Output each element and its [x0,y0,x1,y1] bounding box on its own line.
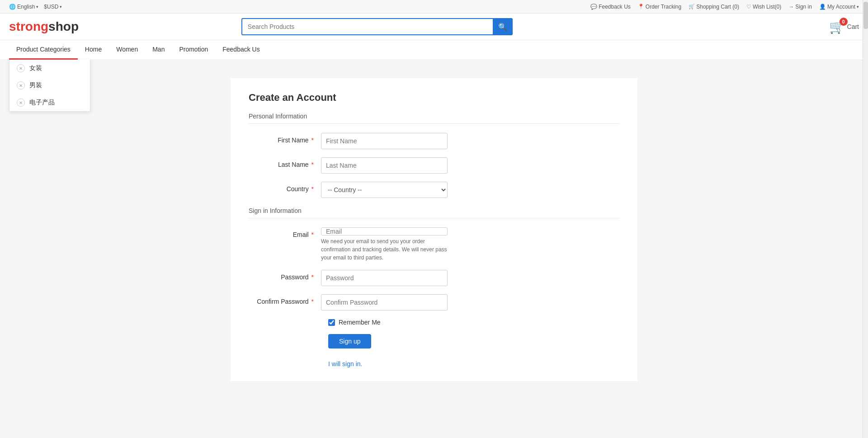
email-input[interactable] [321,227,448,235]
email-wrap: We need your email to send you your orde… [321,227,448,262]
women-clothes-icon: ✕ [17,64,25,72]
remember-me-checkbox[interactable] [328,319,335,326]
dropdown-item-electronics[interactable]: ✕ 电子产品 [9,94,90,111]
nav-item-promotion[interactable]: Promotion [172,40,215,60]
last-name-group: Last Name * [249,157,619,174]
cart-icon-sm [689,4,695,9]
cart-icon-lg: 🛒 0 [829,19,845,34]
feedback-icon: 💬 [590,4,597,10]
remember-me-label: Remember Me [339,319,381,326]
search-bar: 🔍 [241,18,513,35]
confirm-password-input[interactable] [321,294,448,311]
signin-icon [788,4,794,10]
logo-shop: shop [48,19,79,33]
cart-badge: 0 [840,18,848,26]
signup-button-wrap: Sign up [249,334,619,355]
scrollbar-thumb[interactable] [863,2,868,29]
country-label: Country * [249,182,321,193]
men-clothes-icon: ✕ [17,81,25,89]
confirm-password-label: Confirm Password * [249,294,321,305]
last-name-required: * [311,161,314,168]
country-required: * [311,185,314,193]
heart-icon [746,4,751,10]
my-account-link[interactable]: My Account ▾ [819,4,859,10]
electronics-icon: ✕ [17,99,25,107]
order-tracking-link[interactable]: Order Tracking [638,4,681,10]
wish-list-link[interactable]: Wish List(0) [746,4,781,10]
nav-item-man[interactable]: Man [145,40,172,60]
password-label: Password * [249,270,321,281]
signin-section-title: Sign in Information [249,207,619,218]
page-content: Create an AccoCreate an Accountunt Perso… [231,78,637,381]
dropdown-item-women-clothes[interactable]: ✕ 女装 [9,60,90,77]
search-button[interactable]: 🔍 [493,18,513,35]
nav-item-product-categories[interactable]: Product Categories [9,40,78,60]
language-label: English [17,4,35,10]
signin-link-wrap: I will sign in. [249,360,619,367]
page-title: Create an AccoCreate an Accountunt [249,92,619,104]
language-selector[interactable]: English ▾ [9,4,38,10]
confirm-password-required: * [311,298,314,305]
password-required: * [311,273,314,281]
dropdown-item-men-clothes[interactable]: ✕ 男装 [9,77,90,94]
cart-label: Cart [847,23,859,30]
personal-section-title: Personal Information [249,113,619,124]
remember-me-group: Remember Me [328,319,619,326]
country-group: Country * -- Country -- United States Un… [249,182,619,198]
password-input[interactable] [321,270,448,286]
last-name-input[interactable] [321,157,448,174]
pin-icon [638,4,644,9]
logo-strong: strong [9,19,48,33]
email-label: Email * [249,227,321,238]
account-dropdown-arrow: ▾ [857,5,859,9]
scrollbar[interactable] [863,0,868,438]
search-input[interactable] [241,18,493,35]
last-name-label: Last Name * [249,157,321,168]
top-bar: English ▾ $USD ▾ 💬 Feedback Us Order Tra… [0,0,868,14]
signup-button[interactable]: Sign up [328,334,371,349]
country-select[interactable]: -- Country -- United States United Kingd… [321,182,448,198]
nav-item-home[interactable]: Home [78,40,109,60]
signin-link[interactable]: I will sign in. [328,360,362,367]
feedback-link[interactable]: 💬 Feedback Us [590,4,631,10]
currency-label: $USD [44,4,58,10]
logo[interactable]: strongshop [9,19,79,34]
email-group: Email * We need your email to send you y… [249,227,619,262]
user-icon [819,4,826,10]
category-dropdown: ✕ 女装 ✕ 男装 ✕ 电子产品 [9,60,90,112]
sign-in-link[interactable]: Sign in [788,4,812,10]
cart-area[interactable]: 🛒 0 Cart [829,19,859,34]
shopping-cart-link[interactable]: Shopping Cart (0) [689,4,739,10]
currency-selector[interactable]: $USD ▾ [44,4,62,10]
top-bar-right: 💬 Feedback Us Order Tracking Shopping Ca… [590,4,859,10]
globe-icon [9,4,16,10]
first-name-input[interactable] [321,133,448,149]
nav-item-women[interactable]: Women [109,40,145,60]
confirm-password-group: Confirm Password * [249,294,619,311]
currency-dropdown-arrow: ▾ [60,5,62,9]
navigation: Product Categories Home Women Man Promot… [0,40,868,60]
first-name-required: * [311,137,314,144]
language-dropdown-arrow: ▾ [36,5,38,9]
email-required: * [311,231,314,238]
header: strongshop 🔍 🛒 0 Cart [0,14,868,40]
top-bar-left: English ▾ $USD ▾ [9,4,62,10]
password-group: Password * [249,270,619,286]
nav-item-feedback[interactable]: Feedback Us [215,40,267,60]
email-hint: We need your email to send you your orde… [321,237,448,262]
first-name-label: First Name * [249,133,321,144]
first-name-group: First Name * [249,133,619,149]
